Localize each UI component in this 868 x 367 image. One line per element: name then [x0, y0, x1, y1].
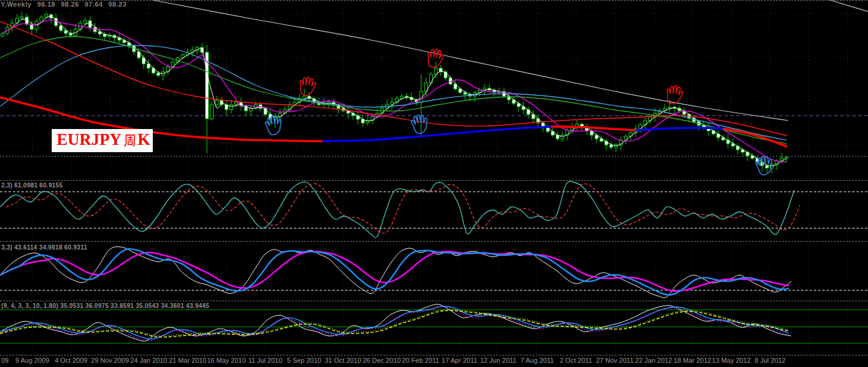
x-axis-label: 24 Jan 2010	[130, 357, 167, 364]
chart-area[interactable]	[0, 0, 868, 367]
candle	[561, 135, 564, 139]
x-axis-label: 22 Jan 2012	[635, 357, 673, 364]
sell-signal-hand-icon	[665, 85, 684, 105]
x-axis-label: 9 Aug 2009	[15, 357, 49, 364]
quote-high: 98.26	[61, 1, 79, 8]
sell-signal-hand-icon	[298, 76, 317, 97]
candle	[1, 33, 4, 36]
chart-annotation-label[interactable]: EURJPYK	[52, 129, 153, 152]
candle	[21, 17, 24, 18]
candle	[230, 105, 233, 110]
candle	[235, 102, 238, 105]
time-axis[interactable]: 099 Aug 20094 Oct 200929 Nov 200924 Jan …	[0, 356, 868, 367]
x-axis-label: 26 Dec 2010	[363, 357, 401, 364]
x-axis-label: 7 Aug 2011	[520, 357, 554, 364]
candle	[639, 125, 642, 129]
candle	[435, 68, 438, 74]
indicator2-slow-line	[0, 251, 789, 291]
candle	[211, 105, 214, 119]
quote-close: 98.23	[108, 1, 127, 8]
candle	[157, 73, 160, 75]
candle	[785, 157, 788, 158]
indicator3-yellow-line	[0, 310, 789, 337]
candle	[84, 21, 87, 23]
candle	[250, 108, 253, 111]
x-axis-label: 13 May 2012	[712, 357, 751, 364]
indicator3-label: (9, 4, 3, 3, 10, 1.80) 35.0531 36.0975 3…	[1, 302, 209, 309]
annotation-text-prefix: EURJPY	[57, 130, 122, 149]
annotation-text-suffix: K	[138, 130, 150, 149]
x-axis-label: 5 Sep 2010	[287, 357, 321, 364]
candle	[94, 27, 97, 32]
x-axis-label: 31 Oct 2010	[324, 357, 361, 364]
x-axis-label: 20 Feb 2011	[402, 357, 439, 364]
x-axis-label: 29 Nov 2009	[91, 357, 128, 364]
trendline-fragment-topright	[830, 0, 868, 12]
x-axis-label: 8 Jul 2012	[755, 357, 786, 364]
zhou-cjk-character	[123, 131, 137, 149]
indicator1-main-line	[0, 181, 794, 238]
candle	[303, 96, 306, 99]
indicator3-blue-line	[0, 306, 789, 338]
candle	[308, 96, 311, 99]
candle	[668, 107, 671, 108]
quote-low: 97.64	[85, 1, 103, 8]
sell-signal-hand-icon	[426, 48, 444, 69]
indicator2-label: 3,3) 43.6114 34.9818 60.9311	[1, 244, 87, 251]
candle	[152, 68, 155, 73]
indicator2-mid-line	[0, 249, 789, 295]
x-axis-label: 17 Apr 2011	[442, 357, 478, 364]
x-axis-label: 2 Oct 2011	[560, 357, 592, 364]
trend-ma-segment	[323, 127, 551, 141]
candle	[215, 100, 219, 105]
quote-symbol-fragment: Y,Weekly	[1, 1, 32, 8]
indicator3-magenta-line	[0, 307, 789, 340]
candle	[766, 166, 769, 168]
quote-open: 98.18	[37, 1, 55, 8]
x-axis-label: 11 Jul 2010	[248, 357, 282, 364]
x-axis-label: 27 Nov 2011	[596, 357, 634, 364]
candle	[610, 145, 613, 147]
candle	[69, 33, 72, 35]
x-axis-label: 18 Mar 2012	[674, 357, 712, 364]
indicator1-signal-line	[6, 184, 800, 233]
chart-window: Y,Weekly98.1898.2697.6498.23 2,3) 61.098…	[0, 0, 868, 367]
indicator1-label: 2,3) 61.0981 60.9155	[1, 182, 63, 189]
buy-signal-hand-icon	[410, 113, 430, 135]
buy-signal-hand-icon	[264, 114, 284, 136]
x-axis-label: 12 Jun 2011	[480, 357, 517, 364]
candle	[45, 15, 48, 17]
x-axis-label: 21 Mar 2010	[169, 357, 206, 364]
candle	[40, 17, 43, 21]
ohlc-readout: Y,Weekly98.1898.2697.6498.23	[1, 1, 132, 8]
x-axis-label: 09	[1, 357, 9, 364]
x-axis-label: 16 May 2010	[207, 357, 246, 364]
x-axis-label: 4 Oct 2009	[55, 357, 88, 364]
